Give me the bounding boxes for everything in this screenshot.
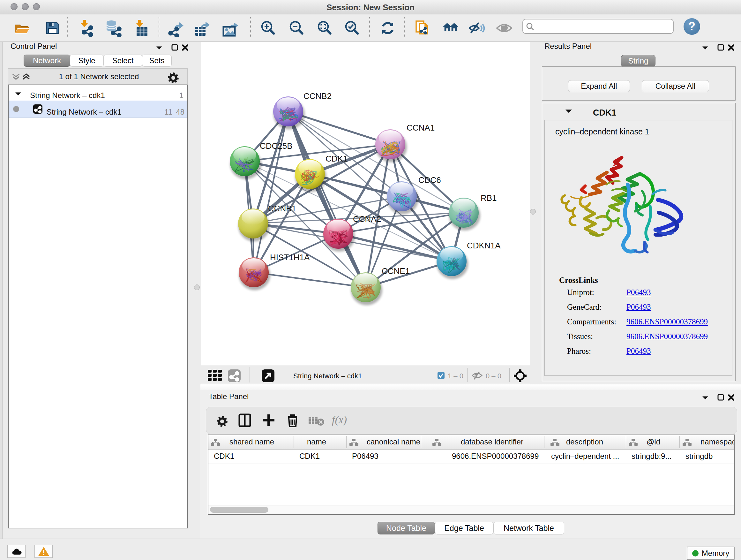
svg-text:CDKN1A: CDKN1A bbox=[467, 241, 501, 250]
svg-text:CCNE1: CCNE1 bbox=[382, 266, 410, 276]
svg-text:CDK1: CDK1 bbox=[326, 154, 347, 164]
svg-text:CDC25B: CDC25B bbox=[260, 141, 293, 151]
svg-text:CDC6: CDC6 bbox=[418, 175, 441, 185]
svg-text:CCNB1: CCNB1 bbox=[268, 204, 296, 213]
svg-text:CCNA1: CCNA1 bbox=[407, 123, 434, 132]
svg-text:RB1: RB1 bbox=[481, 193, 497, 203]
svg-text:HIST1H1A: HIST1H1A bbox=[270, 253, 310, 262]
svg-text:CCNA2: CCNA2 bbox=[353, 214, 381, 224]
svg-text:CCNB2: CCNB2 bbox=[304, 91, 332, 101]
